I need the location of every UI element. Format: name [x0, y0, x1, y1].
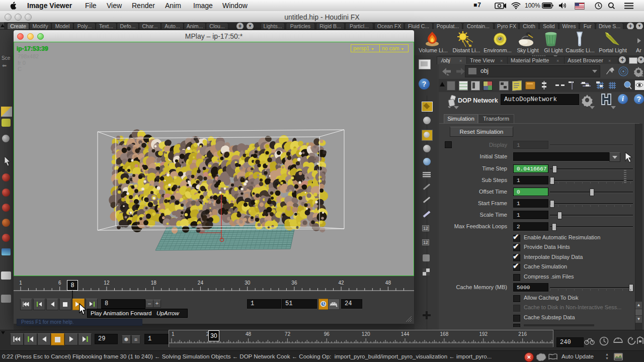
svg-text:144: 144 — [401, 331, 410, 337]
svg-text:12: 12 — [104, 280, 110, 286]
svg-text:18: 18 — [151, 280, 157, 286]
svg-text:48: 48 — [246, 331, 252, 337]
svg-text:1: 1 — [172, 331, 175, 337]
svg-text:48: 48 — [385, 280, 391, 286]
svg-text:120: 120 — [362, 331, 370, 337]
svg-text:216: 216 — [518, 331, 527, 337]
svg-text:30: 30 — [245, 280, 251, 286]
svg-text:6: 6 — [58, 280, 61, 286]
svg-text:192: 192 — [479, 331, 488, 337]
svg-text:42: 42 — [339, 280, 345, 286]
svg-text:36: 36 — [291, 280, 297, 286]
svg-text:72: 72 — [285, 331, 291, 337]
svg-text:96: 96 — [324, 331, 330, 337]
svg-text:24: 24 — [198, 280, 204, 286]
svg-text:1: 1 — [19, 280, 22, 286]
svg-text:168: 168 — [440, 331, 449, 337]
